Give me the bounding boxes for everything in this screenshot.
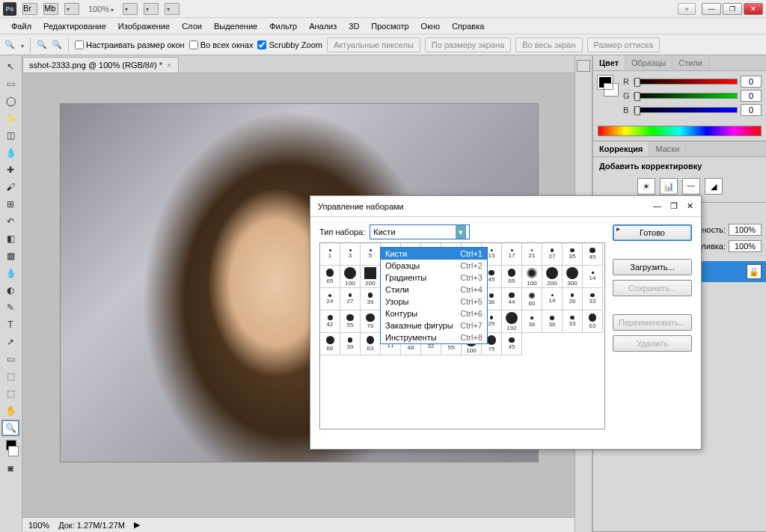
zoom-dropdown[interactable]: 100%: [85, 4, 117, 13]
zoom-tool-drop[interactable]: [19, 40, 24, 49]
menu-file[interactable]: Файл: [6, 19, 37, 33]
color-swatch[interactable]: [1, 437, 20, 459]
color-tab[interactable]: Цвет: [593, 55, 625, 70]
fit-screen-button[interactable]: По размеру экрана: [425, 37, 511, 52]
pen-tool[interactable]: ✎: [1, 299, 19, 316]
zoom-tool[interactable]: 🔍: [1, 420, 19, 436]
brush-tool[interactable]: 🖌: [1, 179, 19, 195]
menu-image[interactable]: Изображение: [113, 19, 175, 33]
brush-preset[interactable]: 300: [563, 266, 583, 288]
opacity-value[interactable]: 100%: [729, 224, 762, 236]
brush-preset[interactable]: 33: [563, 311, 583, 333]
eyedropper-tool[interactable]: 💧: [1, 144, 19, 161]
document-tab-close[interactable]: ×: [167, 61, 171, 70]
brush-preset[interactable]: 3: [340, 243, 361, 266]
spectrum-bar[interactable]: [598, 126, 762, 136]
type-tool[interactable]: T: [1, 317, 19, 333]
brush-preset[interactable]: 63: [361, 333, 381, 355]
brush-preset[interactable]: 39: [340, 333, 361, 355]
heal-tool[interactable]: ✚: [1, 162, 19, 178]
brush-preset[interactable]: 14: [542, 288, 563, 311]
menu-window[interactable]: Окно: [416, 19, 446, 33]
close-button[interactable]: ✕: [744, 3, 763, 15]
history-brush-tool[interactable]: ↶: [1, 213, 19, 230]
menu-select[interactable]: Выделение: [209, 19, 263, 33]
brush-preset[interactable]: 200: [542, 266, 563, 288]
done-button[interactable]: Готово: [613, 224, 692, 241]
dialog-close-icon[interactable]: ✕: [687, 201, 693, 211]
stamp-tool[interactable]: ⊞: [1, 196, 19, 213]
gradient-tool[interactable]: ▦: [1, 248, 19, 264]
brush-preset[interactable]: 39: [361, 288, 381, 311]
brush-preset[interactable]: 21: [522, 243, 542, 266]
print-size-button[interactable]: Размер оттиска: [587, 37, 661, 52]
brush-preset[interactable]: 192: [502, 311, 522, 333]
brush-preset[interactable]: 44: [502, 288, 522, 311]
dd-brushes[interactable]: КистиCtrl+1: [381, 248, 487, 260]
delete-button[interactable]: Удалить: [613, 335, 692, 352]
brush-preset[interactable]: 27: [340, 288, 361, 311]
brush-preset[interactable]: 63: [583, 311, 603, 333]
brush-preset[interactable]: 100: [340, 266, 361, 288]
brush-preset[interactable]: 200: [361, 266, 381, 288]
brush-preset[interactable]: 35: [563, 243, 583, 266]
adjustments-tab[interactable]: Коррекция: [593, 141, 649, 156]
dd-tools[interactable]: ИнструментыCtrl+8: [381, 331, 487, 343]
menu-edit[interactable]: Редактирование: [38, 19, 111, 33]
b-value[interactable]: 0: [741, 104, 762, 116]
lasso-tool[interactable]: ◯: [1, 93, 19, 109]
brush-preset[interactable]: 17: [502, 243, 522, 266]
eraser-tool[interactable]: ◧: [1, 230, 19, 247]
marquee-tool[interactable]: ▭: [1, 76, 19, 92]
dd-gradients[interactable]: ГрадиентыCtrl+3: [381, 272, 487, 284]
brush-preset[interactable]: 55: [340, 311, 361, 333]
brush-preset[interactable]: 65: [502, 266, 522, 288]
fill-screen-button[interactable]: Во весь экран: [515, 37, 582, 52]
minimize-button[interactable]: —: [702, 3, 721, 15]
collapsed-panel-icon[interactable]: [577, 60, 590, 72]
dd-swatches[interactable]: ОбразцыCtrl+2: [381, 260, 487, 272]
brush-preset[interactable]: 33: [583, 288, 603, 311]
wand-tool[interactable]: ✨: [1, 110, 19, 126]
dd-contours[interactable]: КонтурыCtrl+6: [381, 308, 487, 319]
actual-pixels-button[interactable]: Актуальные пикселы: [327, 37, 420, 52]
exposure-icon[interactable]: ◢: [705, 178, 723, 195]
r-value[interactable]: 0: [741, 76, 762, 88]
b-slider[interactable]: [634, 107, 738, 113]
brush-preset[interactable]: 36: [522, 311, 542, 333]
brush-preset[interactable]: 100: [522, 266, 542, 288]
path-tool[interactable]: ↗: [1, 334, 19, 350]
quickmask-tool[interactable]: ◙: [1, 460, 19, 477]
background-swatch[interactable]: [8, 446, 19, 456]
levels-icon[interactable]: 📊: [660, 178, 678, 195]
brush-preset[interactable]: 27: [542, 243, 563, 266]
brush-preset[interactable]: 14: [583, 266, 603, 288]
dodge-tool[interactable]: ◐: [1, 282, 19, 299]
brush-preset[interactable]: 65: [320, 266, 340, 288]
load-button[interactable]: Загрузить...: [613, 259, 692, 275]
brush-preset[interactable]: 60: [522, 288, 542, 311]
menu-help[interactable]: Справка: [447, 19, 489, 33]
fill-value[interactable]: 100%: [729, 240, 762, 252]
masks-tab[interactable]: Маски: [649, 141, 686, 156]
brush-preset[interactable]: 45: [502, 333, 522, 355]
camera-tool[interactable]: ⬚: [1, 385, 19, 402]
curves-icon[interactable]: 〰: [682, 178, 700, 195]
menu-analysis[interactable]: Анализ: [304, 19, 342, 33]
menu-3d[interactable]: 3D: [343, 19, 364, 33]
dd-patterns[interactable]: УзорыCtrl+5: [381, 296, 487, 308]
document-tab[interactable]: sshot-2333.png @ 100% (RGB/8#) * ×: [22, 57, 179, 73]
3d-tool[interactable]: ⬚: [1, 368, 19, 385]
view-dropdown[interactable]: [144, 3, 159, 15]
brush-preset[interactable]: 36: [542, 311, 563, 333]
maximize-button[interactable]: ❐: [723, 3, 742, 15]
brightness-icon[interactable]: ☀: [637, 178, 655, 195]
br-icon[interactable]: Br: [22, 3, 37, 15]
save-button[interactable]: Сохранить...: [613, 280, 692, 296]
brush-preset[interactable]: 70: [361, 311, 381, 333]
dd-shapes[interactable]: Заказные фигурыCtrl+7: [381, 319, 487, 331]
mb-icon[interactable]: Mb: [43, 3, 58, 15]
menu-filter[interactable]: Фильтр: [264, 19, 302, 33]
zoom-out-icon[interactable]: 🔍: [52, 40, 62, 50]
brush-preset[interactable]: 24: [320, 288, 340, 311]
